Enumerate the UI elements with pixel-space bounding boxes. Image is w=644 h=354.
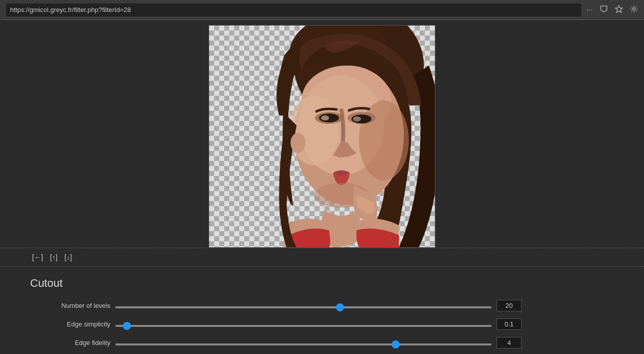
address-bar[interactable] <box>6 4 581 17</box>
edge-fidelity-slider[interactable] <box>115 343 492 345</box>
portrait-image <box>209 26 435 247</box>
svg-point-8 <box>289 95 339 165</box>
controls-section: Cutout Number of levels Edge simplicity … <box>0 267 644 354</box>
edge-fidelity-value[interactable] <box>497 337 522 348</box>
levels-slider[interactable] <box>115 306 492 308</box>
svg-marker-0 <box>615 6 622 13</box>
pocket-icon[interactable] <box>600 5 608 15</box>
nav-left-button[interactable]: [←] <box>30 252 45 262</box>
more-icon[interactable]: ··· <box>586 6 593 15</box>
filter-title: Cutout <box>30 277 614 290</box>
browser-icons: ··· <box>586 5 638 15</box>
edge-simplicity-value[interactable] <box>497 318 522 330</box>
image-area <box>0 20 644 248</box>
settings-icon[interactable] <box>630 5 638 15</box>
canvas-container <box>209 25 435 248</box>
svg-point-1 <box>633 8 635 10</box>
browser-toolbar: ··· <box>0 0 644 20</box>
edge-fidelity-label: Edge fidelity <box>30 339 110 346</box>
edge-simplicity-slider-container <box>115 320 492 329</box>
nav-btn-group: [←] [↑] [↓] <box>30 252 644 262</box>
levels-label: Number of levels <box>30 302 110 309</box>
main-content: [←] [↑] [↓] Cutout Number of levels Edge… <box>0 20 644 354</box>
control-row-levels: Number of levels <box>30 300 614 311</box>
nav-down-button[interactable]: [↓] <box>63 252 74 262</box>
control-row-edge-simplicity: Edge simplicity <box>30 318 614 330</box>
edge-simplicity-label: Edge simplicity <box>30 320 110 328</box>
control-row-edge-fidelity: Edge fidelity <box>30 337 614 348</box>
levels-value[interactable] <box>497 300 522 311</box>
svg-point-14 <box>353 116 361 121</box>
svg-point-16 <box>290 133 305 153</box>
star-icon[interactable] <box>615 5 623 15</box>
levels-slider-container <box>115 301 492 310</box>
nav-up-button[interactable]: [↑] <box>48 252 60 262</box>
nav-buttons: [←] [↑] [↓] <box>0 248 644 267</box>
edge-fidelity-slider-container <box>115 338 492 347</box>
edge-simplicity-slider[interactable] <box>115 325 492 327</box>
svg-point-13 <box>321 115 329 120</box>
